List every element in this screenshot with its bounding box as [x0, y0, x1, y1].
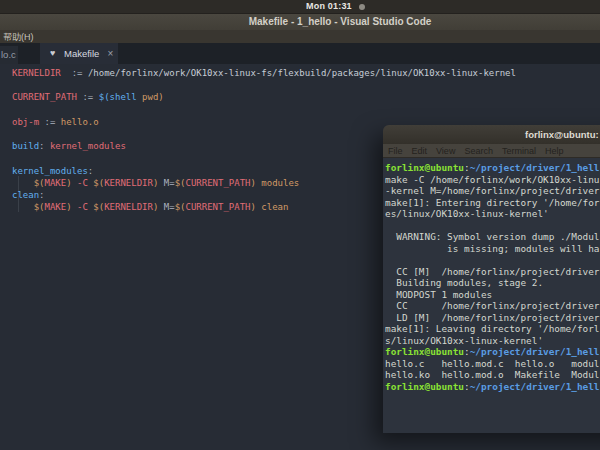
clock[interactable]: Mon 01:31: [306, 1, 352, 11]
terminal-line: -kernel M=/home/forlinx/project/driver: [385, 185, 600, 197]
tab-makefile[interactable]: ♥ Makefile ×: [40, 43, 118, 64]
terminal-line: forlinx@ubuntu:~/project/driver/1_hell: [385, 381, 600, 393]
desktop: Mon 01:31 Makefile - 1_hello - Visual St…: [0, 0, 600, 450]
terminal-window-title: forlinx@ubuntu:: [525, 129, 599, 140]
terminal-menubar: FileEditViewSearchTerminalHelp: [383, 144, 600, 158]
tab-hello-c[interactable]: lo.c: [0, 46, 18, 64]
makefile-file-icon: ♥: [50, 49, 59, 58]
terminal-line: is missing; modules will ha: [385, 243, 600, 255]
terminal-line: forlinx@ubuntu:~/project/driver/1_hell: [385, 346, 600, 358]
terminal-line: LD [M] /home/forlinx/project/driver: [385, 312, 600, 324]
tab-makefile-label: Makefile: [64, 48, 99, 59]
terminal-line: hello.c hello.mod.c hello.o modul: [385, 358, 600, 370]
terminal-line: forlinx@ubuntu:~/project/driver/1_hell: [385, 162, 600, 174]
menu-item-file[interactable]: File: [386, 146, 405, 156]
vscode-tabbar: lo.c ♥ Makefile ×: [0, 43, 600, 64]
vscode-titlebar[interactable]: Makefile - 1_hello - Visual Studio Code: [0, 13, 600, 31]
terminal-line: CC /home/forlinx/project/driver: [385, 300, 600, 312]
vscode-menubar: 帮助(H): [0, 30, 600, 43]
terminal-titlebar[interactable]: forlinx@ubuntu:: [383, 125, 600, 145]
menu-item-terminal[interactable]: Terminal: [500, 146, 538, 156]
terminal-line: Building modules, stage 2.: [385, 277, 600, 289]
terminal-line: s/linux/OK10xx-linux-kernel': [385, 335, 600, 347]
terminal-line: hello.ko hello.mod.o Makefile Modul: [385, 369, 600, 381]
terminal-line: [385, 254, 600, 266]
terminal-line: MODPOST 1 modules: [385, 289, 600, 301]
close-tab-icon[interactable]: ×: [107, 49, 113, 59]
terminal-line: WARNING: Symbol version dump ./Modul: [385, 231, 600, 243]
terminal-window[interactable]: forlinx@ubuntu: FileEditViewSearchTermin…: [383, 125, 600, 433]
terminal-output: forlinx@ubuntu:~/project/driver/1_hellma…: [385, 162, 600, 392]
terminal-line: [385, 220, 600, 232]
top-panel: Mon 01:31: [0, 0, 600, 14]
code-line: CURRENT_PATH := $(shell pwd): [12, 91, 516, 103]
code-line: [12, 104, 516, 116]
code-line: [12, 79, 516, 91]
terminal-line: es/linux/OK10xx-linux-kernel': [385, 208, 600, 220]
menu-item-edit[interactable]: Edit: [410, 146, 430, 156]
menu-item-view[interactable]: View: [434, 146, 457, 156]
indicator-icon[interactable]: [359, 4, 365, 10]
menu-item-help[interactable]: Help: [543, 146, 566, 156]
menu-item-search[interactable]: Search: [462, 146, 495, 156]
code-line: KERNELDIR := /home/forlinx/work/OK10xx-l…: [12, 67, 516, 79]
terminal-body[interactable]: forlinx@ubuntu:~/project/driver/1_hellma…: [383, 158, 600, 433]
terminal-line: CC [M] /home/forlinx/project/driver: [385, 266, 600, 278]
terminal-line: make -C /home/forlinx/work/OK10xx-linu: [385, 174, 600, 186]
vscode-window-title: Makefile - 1_hello - Visual Studio Code: [0, 16, 600, 27]
terminal-line: make[1]: Entering directory '/home/for: [385, 197, 600, 209]
terminal-line: make[1]: Leaving directory '/home/forl: [385, 323, 600, 335]
